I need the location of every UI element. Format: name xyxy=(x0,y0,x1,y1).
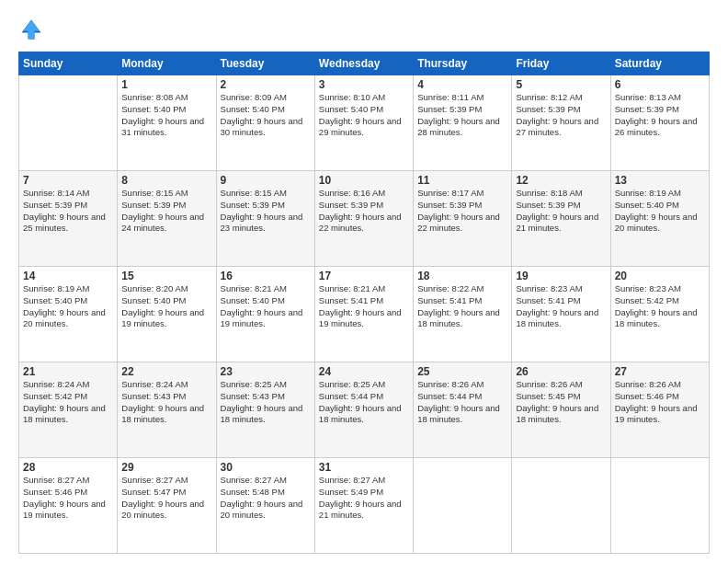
day-number: 6 xyxy=(615,78,705,91)
calendar-cell: 13Sunrise: 8:19 AMSunset: 5:40 PMDayligh… xyxy=(610,171,709,267)
calendar-cell xyxy=(512,458,610,554)
day-info: Sunrise: 8:19 AMSunset: 5:40 PMDaylight:… xyxy=(23,283,113,330)
calendar-weekday-monday: Monday xyxy=(118,52,216,75)
header xyxy=(18,17,710,42)
day-number: 29 xyxy=(121,461,211,474)
calendar-cell xyxy=(610,458,709,554)
day-number: 31 xyxy=(319,461,409,474)
calendar-cell: 9Sunrise: 8:15 AMSunset: 5:39 PMDaylight… xyxy=(216,171,314,267)
day-info: Sunrise: 8:13 AMSunset: 5:39 PMDaylight:… xyxy=(615,92,705,139)
calendar-week-row-3: 14Sunrise: 8:19 AMSunset: 5:40 PMDayligh… xyxy=(19,267,710,362)
day-number: 13 xyxy=(615,174,705,187)
calendar-cell: 1Sunrise: 8:08 AMSunset: 5:40 PMDaylight… xyxy=(118,75,216,171)
day-number: 30 xyxy=(221,461,311,474)
day-info: Sunrise: 8:17 AMSunset: 5:39 PMDaylight:… xyxy=(417,188,507,235)
day-number: 23 xyxy=(221,365,311,378)
calendar-weekday-friday: Friday xyxy=(512,52,610,75)
day-info: Sunrise: 8:18 AMSunset: 5:39 PMDaylight:… xyxy=(516,188,606,235)
day-number: 1 xyxy=(121,78,211,91)
day-number: 24 xyxy=(319,365,409,378)
calendar-cell: 4Sunrise: 8:11 AMSunset: 5:39 PMDaylight… xyxy=(414,75,512,171)
calendar-cell: 30Sunrise: 8:27 AMSunset: 5:48 PMDayligh… xyxy=(216,458,314,554)
calendar-cell: 18Sunrise: 8:22 AMSunset: 5:41 PMDayligh… xyxy=(414,267,512,362)
day-number: 7 xyxy=(23,174,113,187)
calendar-cell: 14Sunrise: 8:19 AMSunset: 5:40 PMDayligh… xyxy=(19,267,118,362)
day-number: 14 xyxy=(23,270,113,282)
day-number: 9 xyxy=(221,174,311,187)
calendar-cell: 3Sunrise: 8:10 AMSunset: 5:40 PMDaylight… xyxy=(314,75,413,171)
day-number: 12 xyxy=(516,174,606,187)
calendar-week-row-2: 7Sunrise: 8:14 AMSunset: 5:39 PMDaylight… xyxy=(19,171,710,267)
day-number: 5 xyxy=(516,78,606,91)
day-info: Sunrise: 8:16 AMSunset: 5:39 PMDaylight:… xyxy=(319,188,409,235)
calendar-cell: 22Sunrise: 8:24 AMSunset: 5:43 PMDayligh… xyxy=(118,362,216,458)
calendar-weekday-thursday: Thursday xyxy=(414,52,512,75)
day-number: 19 xyxy=(516,270,606,282)
calendar-cell: 5Sunrise: 8:12 AMSunset: 5:39 PMDaylight… xyxy=(512,75,610,171)
calendar-week-row-5: 28Sunrise: 8:27 AMSunset: 5:46 PMDayligh… xyxy=(19,458,710,554)
day-number: 3 xyxy=(319,78,409,91)
day-info: Sunrise: 8:09 AMSunset: 5:40 PMDaylight:… xyxy=(221,92,311,139)
calendar-cell xyxy=(414,458,512,554)
day-info: Sunrise: 8:25 AMSunset: 5:44 PMDaylight:… xyxy=(319,379,409,426)
day-number: 11 xyxy=(417,174,507,187)
logo xyxy=(18,17,48,42)
day-info: Sunrise: 8:27 AMSunset: 5:49 PMDaylight:… xyxy=(319,475,409,522)
calendar-cell: 29Sunrise: 8:27 AMSunset: 5:47 PMDayligh… xyxy=(118,458,216,554)
calendar-cell: 15Sunrise: 8:20 AMSunset: 5:40 PMDayligh… xyxy=(118,267,216,362)
calendar-weekday-tuesday: Tuesday xyxy=(216,52,314,75)
calendar-weekday-sunday: Sunday xyxy=(19,52,118,75)
svg-marker-1 xyxy=(23,20,40,40)
day-info: Sunrise: 8:25 AMSunset: 5:43 PMDaylight:… xyxy=(221,379,311,426)
calendar-cell: 17Sunrise: 8:21 AMSunset: 5:41 PMDayligh… xyxy=(314,267,413,362)
calendar-weekday-saturday: Saturday xyxy=(610,52,709,75)
day-number: 27 xyxy=(615,365,705,378)
day-info: Sunrise: 8:22 AMSunset: 5:41 PMDaylight:… xyxy=(417,283,507,330)
day-info: Sunrise: 8:24 AMSunset: 5:43 PMDaylight:… xyxy=(121,379,211,426)
day-info: Sunrise: 8:19 AMSunset: 5:40 PMDaylight:… xyxy=(615,188,705,235)
day-info: Sunrise: 8:15 AMSunset: 5:39 PMDaylight:… xyxy=(121,188,211,235)
day-number: 4 xyxy=(417,78,507,91)
day-info: Sunrise: 8:27 AMSunset: 5:48 PMDaylight:… xyxy=(221,475,311,522)
calendar-cell: 16Sunrise: 8:21 AMSunset: 5:40 PMDayligh… xyxy=(216,267,314,362)
day-info: Sunrise: 8:21 AMSunset: 5:41 PMDaylight:… xyxy=(319,283,409,330)
calendar-cell: 21Sunrise: 8:24 AMSunset: 5:42 PMDayligh… xyxy=(19,362,118,458)
calendar-cell: 25Sunrise: 8:26 AMSunset: 5:44 PMDayligh… xyxy=(414,362,512,458)
day-number: 16 xyxy=(221,270,311,282)
day-info: Sunrise: 8:24 AMSunset: 5:42 PMDaylight:… xyxy=(23,379,113,426)
day-info: Sunrise: 8:08 AMSunset: 5:40 PMDaylight:… xyxy=(121,92,211,139)
calendar-table: SundayMondayTuesdayWednesdayThursdayFrid… xyxy=(18,52,710,554)
day-number: 18 xyxy=(417,270,507,282)
day-info: Sunrise: 8:27 AMSunset: 5:46 PMDaylight:… xyxy=(23,475,113,522)
calendar-cell: 6Sunrise: 8:13 AMSunset: 5:39 PMDaylight… xyxy=(610,75,709,171)
day-number: 17 xyxy=(319,270,409,282)
calendar-cell: 11Sunrise: 8:17 AMSunset: 5:39 PMDayligh… xyxy=(414,171,512,267)
day-info: Sunrise: 8:14 AMSunset: 5:39 PMDaylight:… xyxy=(23,188,113,235)
calendar-week-row-4: 21Sunrise: 8:24 AMSunset: 5:42 PMDayligh… xyxy=(19,362,710,458)
day-info: Sunrise: 8:12 AMSunset: 5:39 PMDaylight:… xyxy=(516,92,606,139)
day-info: Sunrise: 8:23 AMSunset: 5:41 PMDaylight:… xyxy=(516,283,606,330)
calendar-cell: 10Sunrise: 8:16 AMSunset: 5:39 PMDayligh… xyxy=(314,171,413,267)
calendar-cell: 23Sunrise: 8:25 AMSunset: 5:43 PMDayligh… xyxy=(216,362,314,458)
calendar-cell: 28Sunrise: 8:27 AMSunset: 5:46 PMDayligh… xyxy=(19,458,118,554)
day-info: Sunrise: 8:10 AMSunset: 5:40 PMDaylight:… xyxy=(319,92,409,139)
day-number: 22 xyxy=(121,365,211,378)
day-number: 21 xyxy=(23,365,113,378)
calendar-cell: 7Sunrise: 8:14 AMSunset: 5:39 PMDaylight… xyxy=(19,171,118,267)
calendar-cell: 31Sunrise: 8:27 AMSunset: 5:49 PMDayligh… xyxy=(314,458,413,554)
day-number: 25 xyxy=(417,365,507,378)
calendar-cell: 24Sunrise: 8:25 AMSunset: 5:44 PMDayligh… xyxy=(314,362,413,458)
day-info: Sunrise: 8:11 AMSunset: 5:39 PMDaylight:… xyxy=(417,92,507,139)
calendar-header-row: SundayMondayTuesdayWednesdayThursdayFrid… xyxy=(19,52,710,75)
calendar-week-row-1: 1Sunrise: 8:08 AMSunset: 5:40 PMDaylight… xyxy=(19,75,710,171)
day-number: 10 xyxy=(319,174,409,187)
day-info: Sunrise: 8:27 AMSunset: 5:47 PMDaylight:… xyxy=(121,475,211,522)
day-info: Sunrise: 8:23 AMSunset: 5:42 PMDaylight:… xyxy=(615,283,705,330)
day-number: 20 xyxy=(615,270,705,282)
day-number: 26 xyxy=(516,365,606,378)
day-info: Sunrise: 8:15 AMSunset: 5:39 PMDaylight:… xyxy=(221,188,311,235)
calendar-cell: 27Sunrise: 8:26 AMSunset: 5:46 PMDayligh… xyxy=(610,362,709,458)
day-info: Sunrise: 8:20 AMSunset: 5:40 PMDaylight:… xyxy=(121,283,211,330)
day-number: 28 xyxy=(23,461,113,474)
calendar-cell: 12Sunrise: 8:18 AMSunset: 5:39 PMDayligh… xyxy=(512,171,610,267)
